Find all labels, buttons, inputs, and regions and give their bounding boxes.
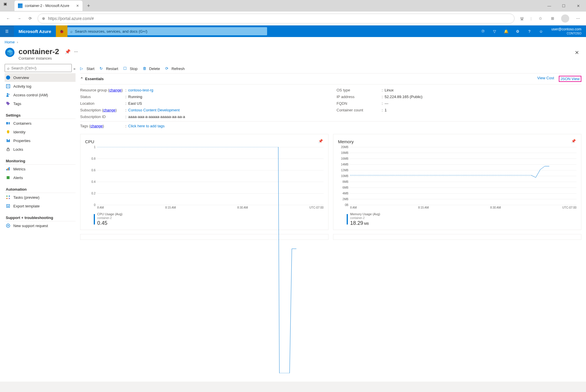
menu-icon[interactable]: ⋯	[574, 15, 581, 22]
essentials-toggle[interactable]: ⌃ Essentials	[80, 77, 104, 81]
close-window-button[interactable]: ✕	[574, 1, 583, 10]
user-org: CONTOSO	[551, 32, 581, 35]
change-tags-link[interactable]: change	[90, 124, 103, 128]
forward-button[interactable]: →	[16, 15, 23, 22]
nav-item-metrics[interactable]: Metrics	[5, 165, 76, 173]
azure-account[interactable]: user@contoso.com CONTOSO	[547, 27, 586, 36]
user-email: user@contoso.com	[551, 27, 581, 32]
pin-icon[interactable]: 📌	[65, 49, 71, 54]
change-rg-link[interactable]: change	[109, 88, 122, 92]
metrics-icon	[6, 167, 10, 171]
change-sub-link[interactable]: change	[103, 108, 116, 112]
restart-button[interactable]: ↻Restart	[100, 66, 118, 71]
container-instances-icon	[5, 47, 15, 58]
svg-point-6	[8, 94, 10, 95]
json-view-link[interactable]: JSON View	[559, 76, 581, 82]
nav-item-tasks[interactable]: Tasks (preview)	[5, 193, 76, 202]
profile-avatar[interactable]	[561, 14, 569, 23]
svg-rect-12	[7, 149, 9, 151]
nav-item-alerts[interactable]: Alerts	[5, 173, 76, 182]
azure-favicon	[18, 3, 23, 8]
start-button[interactable]: ▷Start	[80, 66, 94, 71]
hamburger-menu[interactable]: ☰	[0, 25, 14, 37]
support-icon	[6, 223, 10, 228]
delete-button[interactable]: 🗑Delete	[143, 66, 160, 71]
browser-tab[interactable]: container-2 - Microsoft Azure ✕	[14, 1, 82, 11]
nav-item-containers[interactable]: Containers	[5, 119, 76, 128]
refresh-button[interactable]: ⟳	[27, 15, 34, 22]
browser-chrome: ▣ container-2 - Microsoft Azure ✕ + — ☐ …	[0, 0, 586, 25]
chart-title: CPU	[85, 139, 94, 144]
nav-item-properties[interactable]: Properties	[5, 136, 76, 145]
cloud-shell-icon[interactable]: ⧁	[477, 25, 489, 37]
nav-group-support: Support + troubleshooting	[5, 213, 76, 221]
svg-point-1	[6, 76, 10, 80]
stop-icon: ☐	[123, 66, 128, 71]
favorites-icon[interactable]: ✩	[537, 15, 544, 22]
pin-icon[interactable]: 📌	[318, 139, 324, 144]
collapse-nav-icon[interactable]: «	[74, 67, 76, 71]
nav-item-activity-log[interactable]: Activity log	[5, 82, 76, 91]
nav-item-overview[interactable]: Overview	[5, 73, 76, 82]
back-button[interactable]: ←	[5, 15, 12, 22]
access-control-icon	[6, 93, 10, 97]
svg-point-18	[9, 196, 10, 197]
minimize-button[interactable]: —	[545, 1, 554, 10]
close-tab-icon[interactable]: ✕	[76, 4, 79, 8]
tasks-icon	[6, 195, 10, 200]
breadcrumb-home[interactable]: Home	[5, 40, 15, 44]
svg-rect-13	[6, 169, 7, 170]
svg-rect-15	[9, 167, 10, 170]
collections-icon[interactable]: ⊞	[549, 15, 556, 22]
preview-badge-icon[interactable]: 🐞	[56, 25, 67, 37]
svg-rect-11	[9, 139, 10, 142]
nav-search-input[interactable]	[11, 66, 69, 70]
site-info-icon[interactable]: ⊕	[42, 16, 45, 21]
svg-point-5	[7, 93, 8, 95]
chevron-right-icon: ›	[17, 40, 18, 44]
delete-icon: 🗑	[143, 66, 147, 71]
svg-rect-10	[8, 140, 9, 142]
notifications-icon[interactable]: 🔔	[500, 25, 512, 37]
properties-icon	[6, 138, 10, 143]
close-blade-button[interactable]: ✕	[572, 47, 581, 58]
azure-header: ☰ Microsoft Azure 🐞 ⌕ ⧁ ▽ 🔔 ⚙ ? ☺ user@c…	[0, 25, 586, 37]
maximize-button[interactable]: ☐	[559, 1, 568, 10]
view-cost-link[interactable]: View Cost	[537, 76, 554, 82]
extension-icon[interactable]: U	[519, 15, 526, 22]
settings-icon[interactable]: ⚙	[512, 25, 523, 37]
nav-item-locks[interactable]: Locks	[5, 145, 76, 154]
tab-title: container-2 - Microsoft Azure	[25, 4, 69, 8]
rg-link[interactable]: contoso-test-rg	[128, 88, 153, 92]
nav-item-access-control[interactable]: Access control (IAM)	[5, 91, 76, 99]
browser-toolbar: ← → ⟳ ⊕ https://portal.azure.com/# U | ✩…	[0, 12, 586, 25]
sub-link[interactable]: Contoso Content Development	[128, 108, 180, 112]
azure-search-input[interactable]	[75, 29, 264, 34]
url-bar[interactable]: ⊕ https://portal.azure.com/#	[38, 14, 515, 23]
restart-icon: ↻	[100, 66, 104, 71]
nav-item-tags[interactable]: Tags	[5, 99, 76, 108]
nav-item-export-template[interactable]: Export template	[5, 202, 76, 210]
nav-item-new-support-request[interactable]: New support request	[5, 221, 76, 230]
locks-icon	[6, 147, 10, 152]
add-tags-link[interactable]: Click here to add tags	[128, 124, 165, 128]
azure-search[interactable]: ⌕	[67, 27, 267, 35]
more-icon[interactable]: ⋯	[74, 49, 78, 54]
svg-point-23	[8, 225, 9, 226]
azure-logo[interactable]: Microsoft Azure	[14, 29, 56, 34]
directory-filter-icon[interactable]: ▽	[489, 25, 500, 37]
svg-rect-8	[8, 122, 10, 124]
svg-point-20	[9, 198, 10, 199]
refresh-icon: ⟳	[165, 66, 170, 71]
help-icon[interactable]: ?	[523, 25, 535, 37]
stop-button[interactable]: ☐Stop	[123, 66, 137, 71]
nav-group-settings: Settings	[5, 110, 76, 119]
new-tab-button[interactable]: +	[84, 1, 93, 10]
nav-item-identity[interactable]: Identity	[5, 128, 76, 136]
pin-icon[interactable]: 📌	[571, 139, 576, 144]
breadcrumb: Home ›	[0, 37, 586, 47]
resource-title: container-2	[19, 47, 59, 56]
feedback-icon[interactable]: ☺	[535, 25, 547, 37]
refresh-button[interactable]: ⟳Refresh	[165, 66, 185, 71]
svg-rect-16	[7, 176, 10, 179]
